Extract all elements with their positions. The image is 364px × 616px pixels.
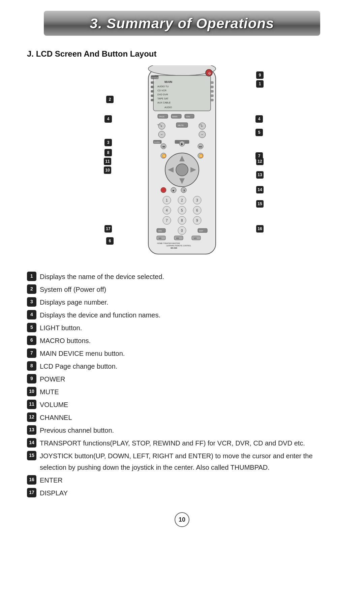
svg-rect-14 xyxy=(151,99,154,101)
svg-text:0: 0 xyxy=(181,229,183,233)
num-badge-17: 17 xyxy=(27,488,36,497)
svg-rect-11 xyxy=(151,86,154,88)
desc-item-12: 12 CHANNEL xyxy=(27,412,337,423)
description-list: 1 Displays the name of the device select… xyxy=(27,271,337,499)
desc-text-11: VOLUME xyxy=(40,399,337,410)
desc-text-16: ENTER xyxy=(40,474,337,486)
desc-item-6: 6 MACRO buttons. xyxy=(27,335,337,346)
svg-text:9: 9 xyxy=(196,219,198,222)
desc-text-13: Previous channel button. xyxy=(40,425,337,436)
svg-rect-10 xyxy=(151,82,154,84)
svg-text:ENT: ENT xyxy=(199,230,203,232)
svg-rect-12 xyxy=(151,90,154,92)
badge-15: 15 xyxy=(256,200,264,208)
desc-item-15: 15 JOYSTICK button(UP, DOWN, LEFT, RIGHT… xyxy=(27,450,337,473)
num-badge-2: 2 xyxy=(27,284,36,294)
svg-text:4: 4 xyxy=(166,209,168,212)
header-title: 3. Summary of Operations xyxy=(44,16,320,32)
svg-text:⏪: ⏪ xyxy=(162,154,166,158)
desc-text-9: POWER xyxy=(40,373,337,385)
svg-text:GUIDE: GUIDE xyxy=(154,141,160,143)
svg-point-63 xyxy=(161,187,166,193)
num-badge-9: 9 xyxy=(27,374,36,383)
desc-text-12: CHANNEL xyxy=(40,412,337,423)
desc-text-3: Displays page number. xyxy=(40,297,337,308)
desc-text-1: Displays the name of the device selected… xyxy=(40,271,337,282)
desc-item-3: 3 Displays page number. xyxy=(27,297,337,308)
num-badge-1: 1 xyxy=(27,272,36,281)
desc-text-15: JOYSTICK button(UP, DOWN, LEFT, RIGHT an… xyxy=(40,450,337,473)
svg-text:⏸: ⏸ xyxy=(183,189,185,192)
svg-text:LEARNING REMOTE CONTROL: LEARNING REMOTE CONTROL xyxy=(166,245,191,247)
remote-svg: MAIN AUDIO TU CD VCR DVD DVR TAPE SAT AU… xyxy=(142,65,222,257)
svg-text:CH: CH xyxy=(199,124,202,126)
desc-item-13: 13 Previous channel button. xyxy=(27,425,337,436)
svg-text:M1: M1 xyxy=(159,237,162,239)
svg-text:CD       VCR: CD VCR xyxy=(157,89,166,92)
num-badge-8: 8 xyxy=(27,361,36,371)
badge-1: 1 xyxy=(256,80,264,88)
num-badge-16: 16 xyxy=(27,475,36,485)
desc-text-10: MUTE xyxy=(40,386,337,398)
desc-item-2: 2 System off (Power off) xyxy=(27,284,337,295)
svg-text:OFF: OFF xyxy=(152,79,156,81)
svg-text:DIS: DIS xyxy=(158,230,162,232)
svg-text:MX-500: MX-500 xyxy=(171,247,177,249)
svg-text:1: 1 xyxy=(166,198,168,202)
desc-item-11: 11 VOLUME xyxy=(27,399,337,410)
svg-rect-18 xyxy=(211,95,213,97)
svg-text:HOME THEATER MASTER: HOME THEATER MASTER xyxy=(157,242,180,244)
desc-item-8: 8 LCD Page change button. xyxy=(27,361,337,372)
desc-item-16: 16 ENTER xyxy=(27,474,337,486)
svg-rect-19 xyxy=(211,99,213,101)
svg-text:7: 7 xyxy=(166,219,168,222)
badge-8: 8 xyxy=(104,149,112,156)
badge-12: 12 xyxy=(256,158,264,165)
badge-11: 11 xyxy=(104,158,111,165)
badge-3: 3 xyxy=(104,139,112,146)
desc-text-17: DISPLAY xyxy=(40,487,337,499)
badge-16: 16 xyxy=(256,225,264,233)
svg-text:−: − xyxy=(201,133,203,136)
svg-text:5: 5 xyxy=(181,209,183,212)
desc-item-4: 4 Displays the device and function names… xyxy=(27,309,337,321)
num-badge-7: 7 xyxy=(27,348,36,358)
badge-4r: 4 xyxy=(255,115,263,123)
desc-item-14: 14 TRANSPORT functions(PLAY, STOP, REWIN… xyxy=(27,437,337,449)
badge-10: 10 xyxy=(104,166,111,174)
num-badge-6: 6 xyxy=(27,336,36,345)
svg-text:MUTE: MUTE xyxy=(178,124,184,126)
svg-text:2: 2 xyxy=(181,198,183,202)
svg-rect-13 xyxy=(151,95,154,97)
num-badge-10: 10 xyxy=(27,387,36,396)
desc-item-10: 10 MUTE xyxy=(27,386,337,398)
badge-4: 4 xyxy=(104,115,112,123)
svg-text:VOL: VOL xyxy=(157,124,161,126)
svg-text:⏭: ⏭ xyxy=(199,145,202,148)
num-badge-11: 11 xyxy=(27,400,36,409)
svg-point-58 xyxy=(176,164,188,176)
svg-text:⏩: ⏩ xyxy=(199,154,203,158)
desc-text-7: MAIN DEVICE menu button. xyxy=(40,348,337,359)
svg-text:M3: M3 xyxy=(194,237,197,239)
badge-13: 13 xyxy=(256,171,264,179)
svg-text:MAIN: MAIN xyxy=(164,80,172,84)
desc-item-9: 9 POWER xyxy=(27,373,337,385)
num-badge-5: 5 xyxy=(27,323,36,332)
num-badge-12: 12 xyxy=(27,412,36,422)
svg-text:⏮: ⏮ xyxy=(162,145,165,148)
svg-text:⏻: ⏻ xyxy=(208,72,211,75)
section-title: J. LCD Screen And Button Layout xyxy=(27,49,337,59)
desc-text-8: LCD Page change button. xyxy=(40,361,337,372)
svg-text:MAIN: MAIN xyxy=(172,116,177,118)
svg-text:PAGE: PAGE xyxy=(159,116,164,118)
svg-text:8: 8 xyxy=(181,219,183,222)
svg-text:M2: M2 xyxy=(176,237,179,239)
num-badge-3: 3 xyxy=(27,297,36,307)
svg-text:FAV: FAV xyxy=(186,116,190,118)
page-number-container: 10 xyxy=(0,512,364,527)
svg-rect-17 xyxy=(211,90,213,92)
svg-text:3: 3 xyxy=(196,198,198,202)
svg-text:■: ■ xyxy=(173,189,174,192)
badge-17: 17 xyxy=(104,225,112,233)
